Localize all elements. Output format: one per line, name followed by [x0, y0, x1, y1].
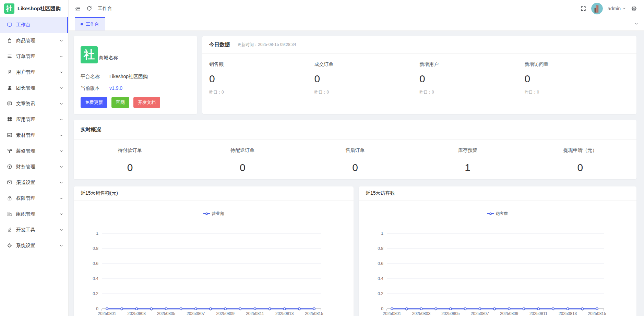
stat-value: 0	[186, 162, 299, 173]
sidebar-item-label: 组织管理	[16, 211, 56, 217]
fullscreen-icon[interactable]	[580, 5, 586, 12]
user-menu[interactable]: admin	[608, 6, 626, 11]
dev-docs-button[interactable]: 开发文档	[133, 97, 160, 108]
version-link[interactable]: v1.9.0	[109, 85, 122, 92]
free-update-button[interactable]: 免费更新	[81, 97, 107, 108]
svg-text:0.4: 0.4	[378, 276, 383, 281]
topbar: 工作台 admin	[69, 0, 644, 17]
shop-logo: 社	[81, 46, 98, 63]
svg-text:1: 1	[96, 231, 98, 236]
stat-sales: 销售额 0 昨日：0	[209, 61, 314, 95]
svg-text:0.8: 0.8	[93, 246, 98, 251]
visitors-chart-card: 近15天访客数 访客数 00.20.40.60.8120250801202508…	[359, 186, 636, 316]
paint-roller-icon	[7, 148, 12, 155]
svg-text:20250807: 20250807	[471, 311, 489, 316]
stat-yesterday: 昨日：0	[314, 89, 420, 95]
sidebar-item-channels[interactable]: 渠道设置	[0, 175, 68, 191]
sidebar-item-users[interactable]: 用户管理	[0, 64, 68, 80]
sidebar-item-label: 财务管理	[16, 164, 56, 170]
user-icon	[7, 69, 12, 76]
platform-name-row: 平台名称 Likeshop社区团购	[81, 74, 190, 80]
shopping-bag-icon	[7, 38, 12, 44]
sidebar-item-finance[interactable]: 财务管理	[0, 159, 68, 175]
app-logo: 社 Likeshop社区团购	[0, 0, 68, 17]
sidebar-item-decoration[interactable]: 装修管理	[0, 143, 68, 159]
lock-icon	[7, 195, 12, 202]
refresh-icon[interactable]	[86, 5, 92, 11]
svg-text:20250803: 20250803	[412, 311, 431, 316]
settings-gear-icon[interactable]	[631, 5, 637, 12]
app-window: 社 Likeshop社区团购 工作台 商品管理 订单管理 用户管理	[0, 0, 644, 316]
svg-text:20250809: 20250809	[216, 311, 235, 316]
stat-value: 1	[412, 162, 524, 173]
active-tab-dot	[81, 23, 83, 25]
chevron-down-icon	[59, 133, 63, 137]
sidebar-item-devtools[interactable]: 开发工具	[0, 222, 68, 238]
pen-icon	[7, 227, 12, 233]
legend-revenue[interactable]: 营业额	[74, 210, 354, 217]
sidebar-item-label: 工作台	[16, 22, 62, 28]
stat-aftersale-orders: 售后订单 0	[299, 147, 411, 173]
svg-text:0.6: 0.6	[93, 261, 98, 266]
svg-text:20250805: 20250805	[157, 311, 176, 316]
chevron-down-icon	[59, 102, 63, 106]
svg-text:20250801: 20250801	[98, 311, 116, 316]
apps-grid-icon	[7, 117, 12, 123]
sidebar-item-goods[interactable]: 商品管理	[0, 33, 68, 49]
stat-value: 0	[314, 73, 420, 85]
svg-text:20250815: 20250815	[588, 311, 606, 316]
svg-text:0.8: 0.8	[378, 246, 383, 251]
sales-line-chart: 00.20.40.60.8120250801202508032025080520…	[74, 226, 354, 316]
svg-text:20250803: 20250803	[128, 311, 146, 316]
app-logo-icon: 社	[4, 3, 14, 14]
chevron-down-icon	[59, 54, 63, 59]
shop-name: 商城名称	[99, 55, 118, 61]
version-row: 当前版本 v1.9.0	[81, 85, 190, 92]
stat-yesterday: 昨日：0	[209, 89, 314, 95]
svg-text:20250815: 20250815	[305, 311, 323, 316]
sidebar-item-articles[interactable]: 文章资讯	[0, 96, 68, 112]
sidebar-item-workbench[interactable]: 工作台	[0, 17, 68, 33]
stat-yesterday: 昨日：0	[525, 89, 630, 95]
sidebar-item-orders[interactable]: 订单管理	[0, 49, 68, 64]
sidebar-item-label: 用户管理	[16, 69, 56, 75]
sidebar-item-materials[interactable]: 素材管理	[0, 127, 68, 143]
sidebar-item-applications[interactable]: 应用管理	[0, 112, 68, 127]
chevron-down-icon	[622, 6, 626, 11]
stat-new-users: 新增用户 0 昨日：0	[419, 61, 525, 95]
platform-name-value: Likeshop社区团购	[109, 74, 148, 80]
sidebar-item-permissions[interactable]: 权限管理	[0, 191, 68, 206]
avatar[interactable]	[591, 3, 603, 14]
collapse-sidebar-icon[interactable]	[75, 5, 81, 12]
chevron-down-icon	[59, 118, 63, 122]
realtime-overview-card: 实时概况 待付款订单 0 待配送订单 0 售后订单 0	[74, 120, 636, 179]
article-icon	[7, 101, 12, 107]
sales-chart-title: 近15天销售额(元)	[81, 190, 118, 196]
chevron-down-icon	[59, 244, 63, 248]
stat-value: 0	[524, 162, 636, 173]
order-list-icon	[7, 53, 12, 60]
app-title: Likeshop社区团购	[17, 5, 61, 12]
legend-marker-icon	[203, 212, 210, 215]
legend-visitors[interactable]: 访客数	[359, 210, 636, 217]
sidebar-item-leaders[interactable]: 团长管理	[0, 80, 68, 96]
svg-text:0.4: 0.4	[93, 276, 98, 281]
shop-info-card: 社 商城名称 平台名称 Likeshop社区团购 当前版本 v1.9.0	[74, 36, 197, 114]
username: admin	[608, 6, 621, 11]
tab-workbench[interactable]: 工作台	[75, 17, 105, 31]
svg-text:20250813: 20250813	[559, 311, 577, 316]
tab-options-chevron-icon[interactable]	[634, 17, 639, 31]
sidebar-item-settings[interactable]: 系统设置	[0, 238, 68, 254]
sidebar-item-label: 团长管理	[16, 85, 56, 91]
update-time: 更新时间：2025-08-15 09:28:34	[237, 42, 296, 48]
today-data-card: 今日数据 更新时间：2025-08-15 09:28:34 销售额 0 昨日：0…	[202, 36, 636, 114]
svg-text:0: 0	[96, 306, 98, 311]
official-site-button[interactable]: 官网	[111, 97, 129, 108]
stat-label: 待配送订单	[186, 147, 299, 154]
svg-text:20250807: 20250807	[187, 311, 205, 316]
tab-bar: 工作台	[69, 17, 644, 31]
sidebar-item-organization[interactable]: 组织管理	[0, 206, 68, 222]
realtime-title: 实时概况	[81, 126, 101, 133]
stat-yesterday: 昨日：0	[419, 89, 525, 95]
svg-text:1: 1	[381, 231, 383, 236]
